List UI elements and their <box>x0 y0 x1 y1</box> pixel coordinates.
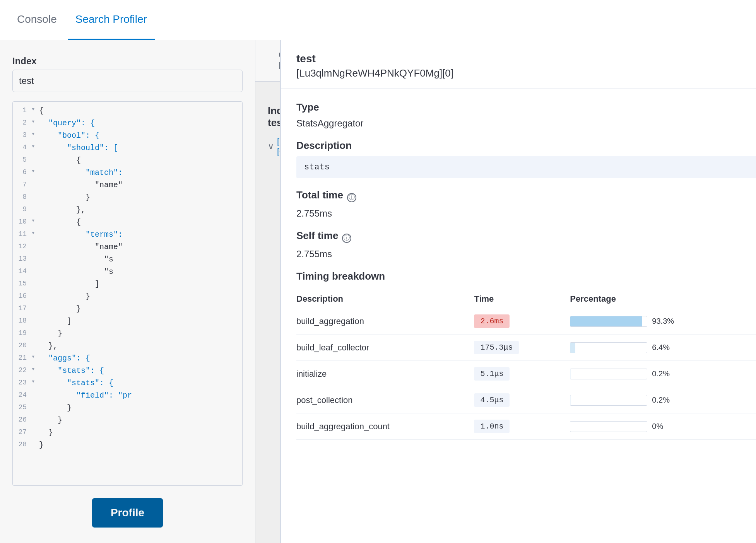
timing-description: build_aggregation <box>296 308 466 335</box>
timing-row: initialize5.1μs0.2% <box>296 361 756 387</box>
description-box: stats <box>296 156 756 178</box>
timing-description: post_collection <box>296 387 466 413</box>
time-badge: 175.3μs <box>474 341 519 354</box>
timing-time: 4.5μs <box>466 387 562 413</box>
profile-tabs: Query Profile Aggregation <box>255 40 280 82</box>
timing-time: 5.1μs <box>466 361 562 387</box>
code-line: 26 } <box>13 414 242 427</box>
timing-time: 1.0ns <box>466 413 562 440</box>
code-line: 6▾ "match": <box>13 167 242 179</box>
timing-percentage: 0.2% <box>562 387 756 413</box>
total-time-value: 2.755ms <box>296 208 756 219</box>
code-line: 8 } <box>13 191 242 204</box>
timing-breakdown-label: Timing breakdown <box>296 270 756 282</box>
code-line: 10▾ { <box>13 216 242 229</box>
col-time: Time <box>466 290 562 308</box>
timing-percentage: 6.4% <box>562 335 756 361</box>
tab-search-profiler[interactable]: Search Profiler <box>68 0 155 40</box>
code-line: 5 { <box>13 154 242 167</box>
col-percentage: Percentage <box>562 290 756 308</box>
detail-drawer: test [Lu3qlmNgReWH4PNkQYF0Mg][0] ✕ Type … <box>280 40 756 543</box>
main-content: Index 1▾{2▾ "query": {3▾ "bool": {4▾ "sh… <box>0 40 756 543</box>
timing-time: 175.3μs <box>466 335 562 361</box>
pct-text: 6.4% <box>652 343 679 352</box>
code-line: 18 ] <box>13 315 242 328</box>
timing-row: build_leaf_collector175.3μs6.4% <box>296 335 756 361</box>
pct-text: 0.2% <box>652 396 679 405</box>
code-line: 22▾ "stats": { <box>13 365 242 377</box>
timing-description: initialize <box>296 361 466 387</box>
code-line: 16 } <box>13 290 242 303</box>
timing-percentage: 0% <box>562 413 756 440</box>
self-time-row: Self time ⓘ <box>296 230 756 246</box>
code-line: 14 "s <box>13 266 242 278</box>
code-line: 2▾ "query": { <box>13 117 242 130</box>
tab-query-profile[interactable]: Query Profile <box>268 40 280 82</box>
code-line: 7 "name" <box>13 179 242 191</box>
drawer-title: test <box>296 53 453 65</box>
code-line: 12 "name" <box>13 241 242 253</box>
left-panel: Index 1▾{2▾ "query": {3▾ "bool": {4▾ "sh… <box>0 40 255 543</box>
pct-text: 0.2% <box>652 369 679 378</box>
code-line: 28} <box>13 439 242 451</box>
timing-row: post_collection4.5μs0.2% <box>296 387 756 413</box>
code-line: 17 } <box>13 303 242 315</box>
self-time-label: Self time <box>296 230 338 242</box>
code-line: 1▾{ <box>13 105 242 117</box>
time-badge: 1.0ns <box>474 420 510 433</box>
pct-bar-fill <box>570 316 642 326</box>
code-line: 15 ] <box>13 278 242 290</box>
timing-description: build_aggregation_count <box>296 413 466 440</box>
tab-console[interactable]: Console <box>9 0 65 40</box>
code-line: 20 }, <box>13 340 242 352</box>
timing-percentage: 0.2% <box>562 361 756 387</box>
pct-bar-wrap <box>570 395 647 406</box>
index-label: Index <box>12 56 243 67</box>
pct-text: 93.3% <box>652 317 679 326</box>
pct-bar-wrap <box>570 421 647 432</box>
time-badge: 4.5μs <box>474 393 510 407</box>
drawer-subtitle: [Lu3qlmNgReWH4PNkQYF0Mg][0] <box>296 67 453 79</box>
timing-row: build_aggregation2.6ms93.3% <box>296 308 756 335</box>
pct-bar-wrap <box>570 369 647 379</box>
timing-time: 2.6ms <box>466 308 562 335</box>
profile-button[interactable]: Profile <box>92 498 163 528</box>
code-line: 4▾ "should": [ <box>13 142 242 154</box>
drawer-header: test [Lu3qlmNgReWH4PNkQYF0Mg][0] ✕ <box>281 40 756 89</box>
code-line: 13 "s <box>13 253 242 266</box>
type-section-value: StatsAggregator <box>296 118 756 129</box>
col-description: Description <box>296 290 466 308</box>
code-line: 24 "field": "pr <box>13 389 242 402</box>
drawer-body: Type StatsAggregator Description stats T… <box>281 89 756 543</box>
chevron-icon: ∨ <box>268 142 274 152</box>
self-time-info-icon[interactable]: ⓘ <box>342 234 351 243</box>
pct-text: 0% <box>652 422 679 431</box>
pct-bar-fill <box>570 343 575 353</box>
timing-table: Description Time Percentage build_aggreg… <box>296 290 756 440</box>
self-time-value: 2.755ms <box>296 249 756 260</box>
code-line: 9 }, <box>13 204 242 216</box>
code-editor[interactable]: 1▾{2▾ "query": {3▾ "bool": {4▾ "should":… <box>12 101 243 486</box>
timing-percentage: 93.3% <box>562 308 756 335</box>
middle-panel: Query Profile Aggregation Index: test ∨ … <box>255 40 280 543</box>
pct-bar-wrap <box>570 342 647 353</box>
time-badge: 5.1μs <box>474 367 510 381</box>
timing-description: build_leaf_collector <box>296 335 466 361</box>
code-line: 23▾ "stats": { <box>13 377 242 389</box>
index-input[interactable] <box>12 70 243 92</box>
code-line: 21▾ "aggs": { <box>13 352 242 365</box>
total-time-info-icon[interactable]: ⓘ <box>347 193 356 202</box>
code-line: 19 } <box>13 328 242 340</box>
pct-bar-wrap <box>570 316 647 327</box>
time-badge: 2.6ms <box>474 314 510 328</box>
total-time-row: Total time ⓘ <box>296 189 756 206</box>
code-line: 3▾ "bool": { <box>13 130 242 142</box>
code-line: 11▾ "terms": <box>13 229 242 241</box>
timing-row: build_aggregation_count1.0ns0% <box>296 413 756 440</box>
description-section-label: Description <box>296 140 756 152</box>
code-line: 25 } <box>13 402 242 414</box>
top-nav: Console Search Profiler <box>0 0 756 40</box>
code-line: 27 } <box>13 427 242 439</box>
type-section-label: Type <box>296 101 756 113</box>
total-time-label: Total time <box>296 189 343 201</box>
